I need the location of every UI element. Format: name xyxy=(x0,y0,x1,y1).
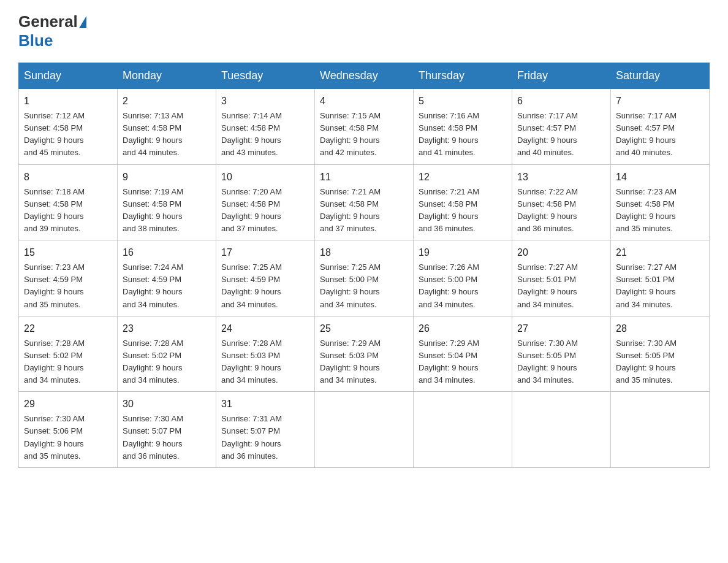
day-number: 9 xyxy=(123,170,211,185)
day-info: Sunrise: 7:28 AMSunset: 5:03 PMDaylight:… xyxy=(221,339,282,385)
calendar-cell: 29 Sunrise: 7:30 AMSunset: 5:06 PMDaylig… xyxy=(19,392,118,468)
calendar-cell: 2 Sunrise: 7:13 AMSunset: 4:58 PMDayligh… xyxy=(118,89,216,165)
day-header-monday: Monday xyxy=(118,63,216,89)
calendar-cell: 5 Sunrise: 7:16 AMSunset: 4:58 PMDayligh… xyxy=(414,89,512,165)
calendar-cell: 13 Sunrise: 7:22 AMSunset: 4:58 PMDaylig… xyxy=(512,164,611,240)
day-info: Sunrise: 7:29 AMSunset: 5:04 PMDaylight:… xyxy=(419,339,479,385)
calendar-cell: 23 Sunrise: 7:28 AMSunset: 5:02 PMDaylig… xyxy=(118,316,216,392)
calendar-cell: 15 Sunrise: 7:23 AMSunset: 4:59 PMDaylig… xyxy=(19,240,118,316)
calendar-cell: 21 Sunrise: 7:27 AMSunset: 5:01 PMDaylig… xyxy=(611,240,710,316)
calendar-cell xyxy=(414,392,512,468)
day-info: Sunrise: 7:19 AMSunset: 4:58 PMDaylight:… xyxy=(123,187,183,233)
day-number: 14 xyxy=(616,170,704,185)
logo-general-text: General xyxy=(18,12,78,31)
day-number: 21 xyxy=(616,245,704,260)
day-number: 13 xyxy=(517,170,605,185)
day-info: Sunrise: 7:31 AMSunset: 5:07 PMDaylight:… xyxy=(221,414,282,460)
day-number: 31 xyxy=(221,397,309,412)
calendar-cell: 3 Sunrise: 7:14 AMSunset: 4:58 PMDayligh… xyxy=(216,89,315,165)
day-number: 20 xyxy=(517,245,605,260)
day-info: Sunrise: 7:21 AMSunset: 4:58 PMDaylight:… xyxy=(419,187,479,233)
logo-blue-text: Blue xyxy=(18,31,53,50)
day-header-tuesday: Tuesday xyxy=(216,63,315,89)
week-row-4: 22 Sunrise: 7:28 AMSunset: 5:02 PMDaylig… xyxy=(19,316,710,392)
week-row-1: 1 Sunrise: 7:12 AMSunset: 4:58 PMDayligh… xyxy=(19,89,710,165)
day-info: Sunrise: 7:24 AMSunset: 4:59 PMDaylight:… xyxy=(123,262,183,308)
day-number: 1 xyxy=(24,94,112,109)
day-number: 29 xyxy=(24,397,112,412)
day-number: 22 xyxy=(24,321,112,336)
day-number: 24 xyxy=(221,321,309,336)
day-info: Sunrise: 7:30 AMSunset: 5:07 PMDaylight:… xyxy=(123,414,183,460)
day-info: Sunrise: 7:12 AMSunset: 4:58 PMDaylight:… xyxy=(24,111,85,157)
calendar-cell: 18 Sunrise: 7:25 AMSunset: 5:00 PMDaylig… xyxy=(315,240,414,316)
day-header-thursday: Thursday xyxy=(414,63,512,89)
day-number: 30 xyxy=(123,397,211,412)
calendar-cell: 1 Sunrise: 7:12 AMSunset: 4:58 PMDayligh… xyxy=(19,89,118,165)
day-number: 10 xyxy=(221,170,309,185)
day-number: 27 xyxy=(517,321,605,336)
day-number: 2 xyxy=(123,94,211,109)
calendar-cell: 9 Sunrise: 7:19 AMSunset: 4:58 PMDayligh… xyxy=(118,164,216,240)
day-headers-row: SundayMondayTuesdayWednesdayThursdayFrid… xyxy=(19,63,710,89)
day-number: 26 xyxy=(419,321,507,336)
calendar-cell: 22 Sunrise: 7:28 AMSunset: 5:02 PMDaylig… xyxy=(19,316,118,392)
calendar-cell: 19 Sunrise: 7:26 AMSunset: 5:00 PMDaylig… xyxy=(414,240,512,316)
calendar-cell: 27 Sunrise: 7:30 AMSunset: 5:05 PMDaylig… xyxy=(512,316,611,392)
calendar-cell: 24 Sunrise: 7:28 AMSunset: 5:03 PMDaylig… xyxy=(216,316,315,392)
day-header-wednesday: Wednesday xyxy=(315,63,414,89)
day-info: Sunrise: 7:20 AMSunset: 4:58 PMDaylight:… xyxy=(221,187,282,233)
day-number: 8 xyxy=(24,170,112,185)
page-header: General Blue xyxy=(18,12,710,50)
day-number: 19 xyxy=(419,245,507,260)
day-info: Sunrise: 7:17 AMSunset: 4:57 PMDaylight:… xyxy=(517,111,578,157)
day-info: Sunrise: 7:27 AMSunset: 5:01 PMDaylight:… xyxy=(517,262,578,308)
calendar-cell: 20 Sunrise: 7:27 AMSunset: 5:01 PMDaylig… xyxy=(512,240,611,316)
day-info: Sunrise: 7:23 AMSunset: 4:59 PMDaylight:… xyxy=(24,262,85,308)
calendar-cell: 11 Sunrise: 7:21 AMSunset: 4:58 PMDaylig… xyxy=(315,164,414,240)
calendar-cell: 8 Sunrise: 7:18 AMSunset: 4:58 PMDayligh… xyxy=(19,164,118,240)
day-header-friday: Friday xyxy=(512,63,611,89)
day-info: Sunrise: 7:30 AMSunset: 5:05 PMDaylight:… xyxy=(517,339,578,385)
day-number: 12 xyxy=(419,170,507,185)
day-number: 18 xyxy=(320,245,408,260)
day-info: Sunrise: 7:17 AMSunset: 4:57 PMDaylight:… xyxy=(616,111,677,157)
day-header-saturday: Saturday xyxy=(611,63,710,89)
logo: General Blue xyxy=(18,12,88,50)
day-info: Sunrise: 7:25 AMSunset: 5:00 PMDaylight:… xyxy=(320,262,381,308)
week-row-3: 15 Sunrise: 7:23 AMSunset: 4:59 PMDaylig… xyxy=(19,240,710,316)
day-number: 16 xyxy=(123,245,211,260)
day-info: Sunrise: 7:29 AMSunset: 5:03 PMDaylight:… xyxy=(320,339,381,385)
day-number: 17 xyxy=(221,245,309,260)
day-info: Sunrise: 7:15 AMSunset: 4:58 PMDaylight:… xyxy=(320,111,381,157)
day-number: 4 xyxy=(320,94,408,109)
day-number: 6 xyxy=(517,94,605,109)
day-number: 5 xyxy=(419,94,507,109)
day-info: Sunrise: 7:25 AMSunset: 4:59 PMDaylight:… xyxy=(221,262,282,308)
day-info: Sunrise: 7:27 AMSunset: 5:01 PMDaylight:… xyxy=(616,262,677,308)
day-number: 15 xyxy=(24,245,112,260)
calendar-cell: 4 Sunrise: 7:15 AMSunset: 4:58 PMDayligh… xyxy=(315,89,414,165)
day-number: 3 xyxy=(221,94,309,109)
calendar-cell xyxy=(315,392,414,468)
day-number: 28 xyxy=(616,321,704,336)
day-number: 25 xyxy=(320,321,408,336)
day-info: Sunrise: 7:21 AMSunset: 4:58 PMDaylight:… xyxy=(320,187,381,233)
week-row-5: 29 Sunrise: 7:30 AMSunset: 5:06 PMDaylig… xyxy=(19,392,710,468)
day-info: Sunrise: 7:30 AMSunset: 5:06 PMDaylight:… xyxy=(24,414,85,460)
day-number: 7 xyxy=(616,94,704,109)
day-info: Sunrise: 7:23 AMSunset: 4:58 PMDaylight:… xyxy=(616,187,677,233)
calendar-cell xyxy=(611,392,710,468)
day-info: Sunrise: 7:30 AMSunset: 5:05 PMDaylight:… xyxy=(616,339,677,385)
calendar-cell: 17 Sunrise: 7:25 AMSunset: 4:59 PMDaylig… xyxy=(216,240,315,316)
day-info: Sunrise: 7:13 AMSunset: 4:58 PMDaylight:… xyxy=(123,111,183,157)
calendar-cell: 31 Sunrise: 7:31 AMSunset: 5:07 PMDaylig… xyxy=(216,392,315,468)
calendar-cell xyxy=(512,392,611,468)
day-number: 11 xyxy=(320,170,408,185)
day-info: Sunrise: 7:16 AMSunset: 4:58 PMDaylight:… xyxy=(419,111,479,157)
week-row-2: 8 Sunrise: 7:18 AMSunset: 4:58 PMDayligh… xyxy=(19,164,710,240)
calendar-cell: 7 Sunrise: 7:17 AMSunset: 4:57 PMDayligh… xyxy=(611,89,710,165)
day-header-sunday: Sunday xyxy=(19,63,118,89)
calendar-cell: 25 Sunrise: 7:29 AMSunset: 5:03 PMDaylig… xyxy=(315,316,414,392)
day-info: Sunrise: 7:18 AMSunset: 4:58 PMDaylight:… xyxy=(24,187,85,233)
